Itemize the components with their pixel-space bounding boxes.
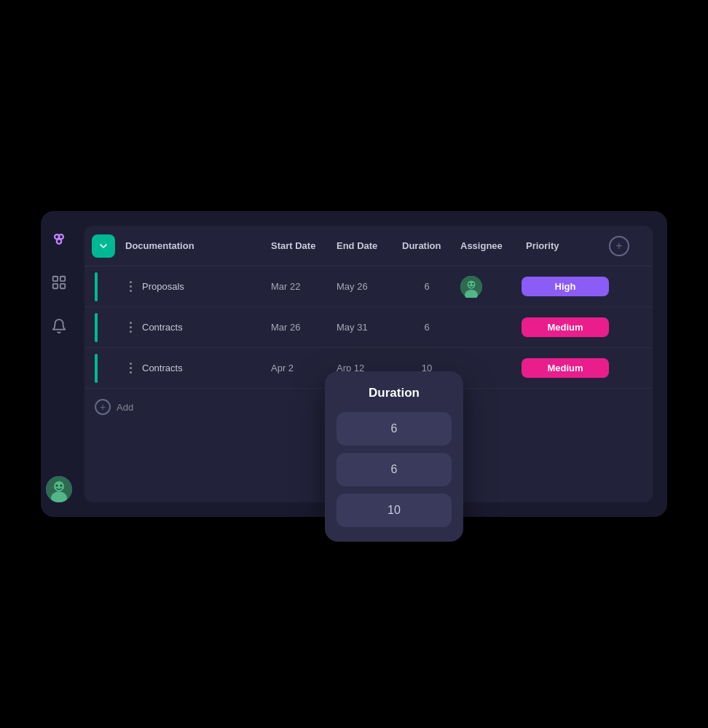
- assignee-avatar: [460, 276, 482, 298]
- bell-icon[interactable]: [46, 313, 72, 339]
- start-date-cell: Apr 2: [267, 363, 332, 373]
- row-indicator: [95, 272, 98, 301]
- avatar[interactable]: [46, 476, 72, 502]
- duration-popup: Duration 6 6 10: [325, 371, 463, 542]
- svg-rect-4: [60, 277, 65, 281]
- row-name: Contracts: [139, 322, 183, 333]
- col-documentation: Documentation: [121, 240, 267, 251]
- svg-point-16: [472, 282, 473, 284]
- col-priority: Priority: [522, 240, 609, 251]
- duration-value-1[interactable]: 6: [337, 412, 452, 446]
- row-name: Proposals: [139, 281, 184, 292]
- priority-badge[interactable]: Medium: [522, 317, 609, 337]
- table-header: Documentation Start Date End Date Durati…: [84, 226, 653, 266]
- duration-value-3[interactable]: 10: [337, 494, 452, 527]
- duration-cell[interactable]: 6: [398, 322, 456, 333]
- priority-badge[interactable]: High: [522, 277, 609, 296]
- add-icon: +: [95, 399, 111, 415]
- end-date-cell: May 31: [332, 322, 398, 333]
- col-start-date: Start Date: [267, 240, 332, 251]
- grid-icon[interactable]: [46, 269, 72, 296]
- col-end-date: End Date: [332, 240, 398, 251]
- popup-title: Duration: [337, 386, 452, 400]
- table-row: Proposals Mar 22 May 26 6: [84, 266, 653, 307]
- svg-point-10: [56, 485, 58, 487]
- svg-point-11: [60, 485, 63, 487]
- start-date-cell: Mar 26: [267, 322, 332, 333]
- end-date-cell: May 26: [332, 281, 398, 292]
- duration-cell[interactable]: 6: [398, 281, 456, 292]
- col-duration: Duration: [398, 240, 456, 251]
- svg-rect-3: [53, 277, 58, 281]
- col-assignee: Assignee: [456, 240, 522, 251]
- svg-point-15: [468, 282, 470, 284]
- add-label: Add: [117, 402, 133, 413]
- add-column-button[interactable]: +: [609, 236, 629, 256]
- row-name: Contracts: [139, 363, 183, 373]
- svg-point-2: [57, 239, 61, 243]
- logo-icon[interactable]: [46, 226, 72, 252]
- row-menu-button[interactable]: [127, 278, 135, 295]
- row-menu-button[interactable]: [127, 360, 135, 376]
- svg-rect-6: [60, 284, 65, 288]
- duration-value-2[interactable]: 6: [337, 453, 452, 486]
- table-row: Contracts Mar 26 May 31 6 Medium: [84, 307, 653, 348]
- svg-rect-5: [53, 284, 58, 288]
- priority-badge[interactable]: Medium: [522, 358, 609, 378]
- row-indicator: [95, 354, 98, 383]
- assignee-cell: [456, 276, 522, 298]
- row-indicator: [95, 313, 98, 342]
- app-container: Documentation Start Date End Date Durati…: [41, 211, 667, 517]
- sidebar: [41, 211, 77, 517]
- row-menu-button[interactable]: [127, 319, 135, 336]
- toggle-button[interactable]: [92, 234, 115, 258]
- start-date-cell: Mar 22: [267, 281, 332, 292]
